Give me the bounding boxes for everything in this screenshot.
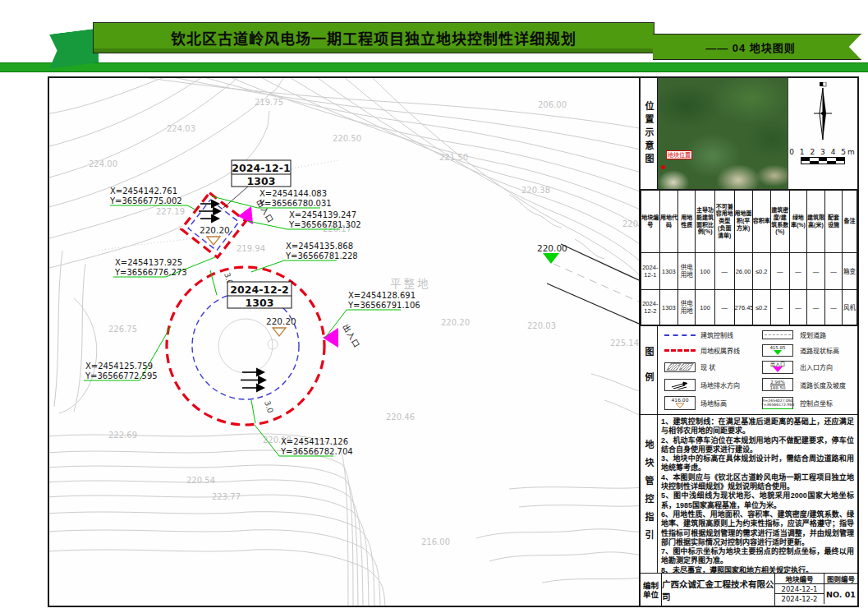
- planned-road-icon: [762, 330, 793, 339]
- location-section: 位置示意图 地块位置 0 1 2 3 4 5m: [641, 78, 857, 190]
- plot-no-value: 2024-12-2: [775, 594, 824, 604]
- contour-label: 222.69: [108, 431, 137, 440]
- plot2-site-elevation: 220.20: [266, 316, 296, 326]
- road-elevation-marker-icon: [543, 253, 559, 264]
- page-title: 钦北区古道岭风电场一期工程项目独立地块控制性详细规划: [171, 27, 576, 48]
- sheet-no-value: NO. 01: [824, 584, 857, 604]
- scale-bar-labels: 0 1 2 3 4 5m: [789, 148, 856, 156]
- contour-label: 223.77: [212, 492, 241, 501]
- plot1-drainage-arrows-icon: [199, 204, 220, 219]
- guidance-title: 地块管控指引: [641, 415, 658, 573]
- compiler-company: 广西众诚汇金工程技术有限公司: [662, 574, 775, 606]
- guidance-text: 1、建筑控制线：在满足基准后退距离的基础上，还应满足与相邻农用地的间距要求。 2…: [658, 415, 857, 573]
- coordinate-x: X=2454139.247: [289, 210, 356, 219]
- col-header: 用地性质: [678, 191, 696, 253]
- legend-item-label: 规划道路: [800, 330, 855, 339]
- legend-item-label: 场地排水方向: [700, 380, 755, 389]
- compiler-label: 编制单位: [641, 574, 662, 606]
- plot2-foundation-circle: [218, 319, 273, 373]
- legend-item-label: 道路长度及坡度: [800, 380, 855, 389]
- coordinate-x: X=2454142.761: [110, 187, 177, 196]
- cell: —: [770, 253, 789, 290]
- sheet-no-header: 图则编号: [824, 574, 857, 584]
- title-banner: 钦北区古道岭风电场一期工程项目独立地块控制性详细规划: [93, 22, 654, 53]
- contour-label: 220.20: [441, 318, 470, 327]
- table-row: 2024-12-2 1303 供电用地 100 — 276.45 ≤0.2 — …: [641, 290, 857, 325]
- contour-label: 220.38: [521, 186, 550, 195]
- plot2-entrance-label: 出入口: [341, 323, 361, 350]
- plan-map: 219.75 224.03 224.00 227.19 219.94 220.5…: [49, 78, 639, 606]
- plot-no-value: 2024-12-1: [775, 584, 824, 594]
- cell: 1303: [659, 290, 678, 325]
- planned-road: 220.00: [537, 243, 639, 324]
- cell: 26.00: [734, 253, 752, 290]
- coordinate-x: X=2454144.083: [259, 189, 327, 198]
- cell: —: [714, 253, 734, 290]
- plot1-elevation-triangle-icon: [207, 237, 220, 245]
- location-section-title: 位置示意图: [641, 78, 658, 189]
- contour-label: 221.50: [439, 153, 468, 162]
- coordinate-x: X=2454125.759: [85, 362, 153, 371]
- guidance-item: 4、本图则应与《钦北区古道岭风电场一期工程项目独立地块控制性详细规划》规划说明结…: [661, 473, 854, 492]
- plot2-drainage-arrows-icon: [241, 372, 265, 388]
- contour-label: 220.54: [186, 476, 215, 485]
- col-header: 备注: [843, 191, 857, 253]
- plan-sheet-page: 钦北区古道岭风电场一期工程项目独立地块控制性详细规划 —— 04 地块图则: [0, 0, 868, 613]
- cell: 风机: [843, 290, 857, 325]
- cell: —: [824, 290, 842, 325]
- plot-location-dot-icon: [661, 165, 665, 169]
- cell: —: [770, 290, 789, 325]
- col-header: 用地面积(平方米): [734, 191, 752, 253]
- ribbon-left-fold: [49, 28, 99, 68]
- flat-area-label: 平整地: [390, 278, 431, 290]
- legend-section: 图例 建筑控制线 规划道路 用地权属界线 415.85 道路现状标高 现 状: [641, 326, 857, 415]
- contour-label: 220.03: [527, 321, 556, 330]
- coordinate-y: Y=36566780.031: [259, 199, 332, 208]
- entrance-direction-icon: 出入口: [762, 361, 793, 374]
- contour-lines: [49, 78, 639, 606]
- cell: —: [806, 290, 824, 325]
- header-green-bar: [0, 62, 868, 72]
- col-header: 建筑限高(米): [806, 191, 824, 253]
- length-sample: 188.50: [769, 385, 785, 390]
- cell: 箱变: [843, 253, 857, 290]
- col-header: 容积率: [752, 191, 770, 253]
- plot-location-tag: 地块位置: [666, 150, 692, 159]
- cell: 1303: [659, 253, 678, 290]
- legend-item-label: 出入口方向: [800, 362, 855, 371]
- plot-2024-12-2: 3.0 3.0 2024-12-2 1303 220.20 出入口: [167, 267, 362, 425]
- coordinate-y: Y=36566782.704: [280, 447, 353, 456]
- north-compass-icon: [812, 82, 834, 145]
- guidance-item: 6、用地性质、用地面积、容积率、建筑密度/建筑系数、绿地率、建筑限高原则上为约束…: [661, 510, 854, 547]
- ribbon-right: —— 04 地块图则: [653, 34, 861, 60]
- road-elevation-icon: 415.85: [762, 344, 793, 357]
- ownership-boundary-icon: [664, 349, 696, 352]
- plot-2024-12-1: 220.20 2024-12-1 1303 出入口: [181, 160, 291, 257]
- coordinate-y: Y=36566775.002: [109, 196, 182, 205]
- legend-item-label: 建筑控制线: [700, 330, 755, 339]
- guidance-section: 地块管控指引 1、建筑控制线：在满足基准后退距离的基础上，还应满足与相邻农用地的…: [641, 415, 857, 574]
- land-use-table-section: 地块编号 用地代码 用地性质 主导功能建筑面积比例(%) 不可兼容用地类型(负面…: [641, 190, 857, 326]
- contour-label: 224.03: [167, 124, 195, 133]
- contour-label: 226.75: [108, 325, 137, 334]
- cell: 供电用地: [678, 290, 696, 325]
- coordinate-y: Y=36566791.106: [347, 301, 420, 310]
- road-length-slope-icon: 2.98% 188.50: [762, 378, 793, 391]
- sheet-number-block: 地块编号 图则编号 2024-12-1 NO. 01 2024-12-2: [775, 574, 857, 606]
- slope-sample: 2.98%: [770, 380, 784, 385]
- contour-label: 219.75: [255, 98, 283, 107]
- col-header: 地块编号: [641, 191, 660, 253]
- contour-labels: 219.75 224.03 224.00 227.19 219.94 220.5…: [89, 98, 639, 546]
- cell: 100: [696, 290, 715, 325]
- plot2-id: 2024-12-2: [230, 283, 288, 296]
- control-point-icon: X=2454027.060 Y=36566172.960: [762, 397, 793, 409]
- coordinate-y: Y=36566772.595: [85, 371, 158, 380]
- cell: 2024-12-1: [641, 253, 660, 290]
- col-header: 绿地率(%): [789, 191, 806, 253]
- contour-label: 220.: [622, 219, 639, 228]
- contour-label: 220.46: [386, 413, 415, 422]
- col-header: 建筑密度/建筑系数(%): [770, 191, 789, 253]
- contour-label: 225.14: [610, 339, 639, 348]
- coordinate-x: X=2454128.691: [348, 291, 416, 300]
- cell: 100: [696, 253, 715, 290]
